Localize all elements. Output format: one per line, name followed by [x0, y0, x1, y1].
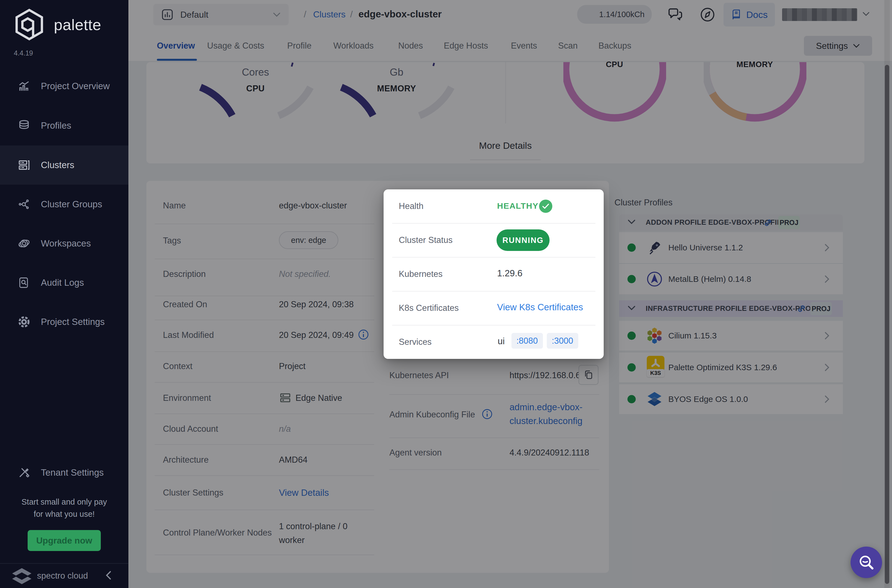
network-icon [18, 198, 30, 211]
health-status-value: HEALTHY [497, 201, 539, 211]
service-port-8080-link[interactable]: :8080 [511, 333, 543, 349]
running-status-pill: RUNNING [497, 230, 550, 251]
server-list-icon [18, 159, 30, 171]
divider [392, 325, 595, 326]
sidebar-item-label: Project Overview [41, 81, 110, 92]
sidebar-collapse-chevron-icon[interactable] [105, 570, 111, 580]
sidebar-item-cluster-groups[interactable]: Cluster Groups [0, 191, 128, 218]
tools-icon [18, 466, 30, 479]
sidebar-item-clusters[interactable]: Clusters [0, 152, 128, 178]
divider [392, 291, 595, 291]
sidebar-item-audit-logs[interactable]: Audit Logs [0, 269, 128, 296]
sidebar-item-label: Tenant Settings [41, 467, 104, 478]
running-status-label: RUNNING [502, 236, 544, 245]
sidebar-item-tenant-settings[interactable]: Tenant Settings [0, 459, 128, 486]
magnifier-smile-icon [857, 554, 875, 571]
cluster-status-popover: Health HEALTHY Cluster Status RUNNING Ku… [384, 189, 604, 359]
modal-label-certificates: K8s Certificates [399, 303, 459, 314]
modal-label-health: Health [399, 201, 423, 212]
sidebar-item-project-overview[interactable]: Project Overview [0, 73, 128, 99]
service-name: ui [498, 336, 505, 346]
sidebar-item-workspaces[interactable]: Workspaces [0, 230, 128, 257]
service-port-3000-link[interactable]: :3000 [547, 333, 578, 349]
sidebar-item-label: Cluster Groups [41, 199, 102, 210]
gear-icon [18, 315, 30, 328]
sidebar-item-label: Project Settings [41, 316, 105, 327]
promo-line-2: for what you use! [0, 508, 128, 520]
sidebar-item-project-settings[interactable]: Project Settings [0, 309, 128, 335]
modal-label-kubernetes: Kubernetes [399, 268, 443, 280]
sidebar: palette 4.4.19 Project Overview [0, 0, 128, 588]
sidebar-item-label: Profiles [41, 120, 71, 131]
sidebar-item-label: Audit Logs [41, 278, 84, 288]
palette-logo-icon [12, 8, 46, 41]
chart-icon [18, 80, 30, 93]
divider [392, 257, 595, 258]
doc-search-icon [18, 276, 30, 289]
healthy-check-icon [539, 200, 552, 213]
view-k8s-certificates-link[interactable]: View K8s Certificates [497, 302, 583, 312]
sidebar-footer-divider [0, 563, 128, 564]
upgrade-now-label: Upgrade now [36, 536, 92, 546]
orbit-icon [18, 237, 30, 250]
layers-icon [18, 119, 30, 132]
divider [392, 223, 595, 224]
help-search-fab[interactable] [851, 547, 882, 578]
palette-logo[interactable]: palette [12, 8, 101, 41]
modal-label-services: Services [399, 336, 432, 348]
palette-logo-text: palette [54, 16, 101, 34]
modal-label-status: Cluster Status [399, 235, 453, 246]
sidebar-item-profiles[interactable]: Profiles [0, 112, 128, 139]
spectro-cloud-brand: spectro cloud [37, 571, 88, 581]
app-version: 4.4.19 [14, 49, 33, 57]
sidebar-item-label: Clusters [41, 160, 74, 170]
sidebar-item-label: Workspaces [41, 238, 91, 249]
upgrade-promo-text: Start small and only pay for what you us… [0, 496, 128, 520]
spectro-cloud-logo-icon [11, 567, 33, 585]
upgrade-now-button[interactable]: Upgrade now [28, 530, 101, 551]
kubernetes-version-value: 1.29.6 [497, 268, 523, 279]
palette-app-screen: Default / Clusters / edge-vbox-cluster 1… [0, 0, 892, 588]
promo-line-1: Start small and only pay [0, 496, 128, 508]
